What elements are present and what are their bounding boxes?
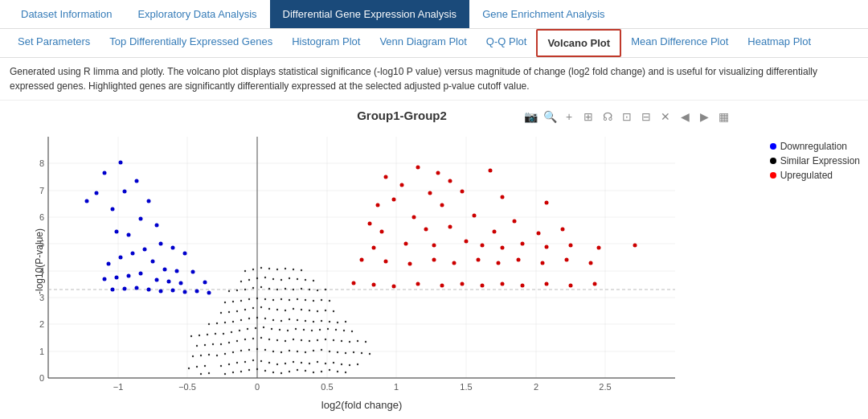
svg-point-106 <box>252 338 254 339</box>
svg-point-105 <box>244 339 246 340</box>
chart-type-icon[interactable]: ▦ <box>715 109 731 125</box>
svg-point-275 <box>545 201 549 205</box>
svg-point-219 <box>285 268 286 269</box>
svg-point-307 <box>589 261 593 265</box>
svg-point-293 <box>545 245 549 249</box>
svg-point-189 <box>313 300 314 302</box>
subnav-histogram-plot[interactable]: Histogram Plot <box>282 29 370 57</box>
svg-point-215 <box>252 269 254 270</box>
svg-point-269 <box>428 191 432 195</box>
svg-point-279 <box>513 220 517 224</box>
svg-point-246 <box>139 272 143 276</box>
camera-icon[interactable]: 📷 <box>522 109 538 125</box>
svg-point-47 <box>280 372 282 374</box>
svg-point-272 <box>501 195 505 199</box>
svg-point-257 <box>171 289 175 293</box>
svg-point-201 <box>236 290 238 291</box>
svg-point-75 <box>188 368 190 369</box>
svg-point-244 <box>175 269 179 273</box>
nav-gene-enrichment-analysis[interactable]: Gene Enrichment Analysis <box>469 0 617 28</box>
svg-point-319 <box>593 282 597 286</box>
reset-icon[interactable]: ✕ <box>657 109 674 125</box>
svg-text:1: 1 <box>394 382 399 392</box>
pan-right-icon[interactable]: ▶ <box>696 109 712 125</box>
subnav-heatmap[interactable]: Heatmap Plot <box>738 29 821 57</box>
svg-point-173 <box>220 312 222 314</box>
svg-point-122 <box>357 340 358 342</box>
svg-point-249 <box>103 277 107 281</box>
svg-point-242 <box>151 260 155 264</box>
svg-point-194 <box>260 286 262 288</box>
nav-exploratory-data-analysis[interactable]: Exploratory Data Analysis <box>125 0 269 28</box>
svg-point-58 <box>220 365 222 367</box>
svg-point-43 <box>248 369 250 371</box>
svg-point-225 <box>135 179 139 183</box>
svg-point-180 <box>256 298 258 299</box>
svg-point-83 <box>248 349 250 351</box>
svg-point-65 <box>276 364 278 365</box>
svg-point-160 <box>329 321 330 322</box>
svg-point-146 <box>240 319 242 321</box>
svg-point-119 <box>333 339 334 341</box>
legend-dot-similar <box>770 158 776 164</box>
svg-point-289 <box>465 240 469 244</box>
select-icon[interactable]: ⊞ <box>580 109 596 125</box>
svg-point-48 <box>289 371 290 372</box>
svg-point-288 <box>372 246 376 250</box>
svg-point-264 <box>436 171 440 175</box>
svg-point-98 <box>200 355 202 356</box>
svg-point-271 <box>461 190 465 194</box>
svg-point-239 <box>171 246 175 250</box>
svg-point-81 <box>232 351 234 353</box>
subnav-qq-plot[interactable]: Q-Q Plot <box>477 29 537 57</box>
svg-point-95 <box>345 352 346 354</box>
svg-point-87 <box>280 351 282 353</box>
svg-point-205 <box>248 279 250 281</box>
nav-dataset-information[interactable]: Dataset Information <box>8 0 125 28</box>
svg-point-134 <box>303 329 305 331</box>
svg-point-187 <box>232 301 234 302</box>
svg-point-191 <box>329 300 330 302</box>
svg-point-135 <box>311 330 313 331</box>
svg-point-287 <box>432 244 436 248</box>
svg-point-318 <box>569 284 573 288</box>
subnav-venn-diagram[interactable]: Venn Diagram Plot <box>370 29 476 57</box>
zoom-icon[interactable]: 🔍 <box>542 109 558 125</box>
subnav-mean-difference[interactable]: Mean Difference Plot <box>621 29 738 57</box>
svg-point-46 <box>272 372 274 373</box>
svg-point-84 <box>256 348 258 350</box>
svg-point-126 <box>239 330 240 331</box>
svg-point-76 <box>341 364 342 365</box>
pan-left-icon[interactable]: ◀ <box>677 109 693 125</box>
svg-point-132 <box>287 330 289 331</box>
zoom-out-icon[interactable]: ⊟ <box>638 109 654 125</box>
svg-point-116 <box>196 345 198 347</box>
svg-point-282 <box>448 225 452 229</box>
subnav-top-deg[interactable]: Top Differentially Expressed Genes <box>100 29 282 57</box>
svg-point-265 <box>384 175 388 179</box>
svg-point-251 <box>167 280 171 284</box>
svg-point-124 <box>223 333 224 335</box>
svg-text:−1: −1 <box>113 382 124 392</box>
svg-rect-0 <box>48 137 675 378</box>
svg-point-51 <box>200 373 202 375</box>
svg-point-131 <box>279 329 280 331</box>
svg-point-276 <box>412 216 416 220</box>
svg-point-317 <box>545 282 549 286</box>
svg-point-144 <box>351 331 353 332</box>
svg-point-236 <box>143 248 147 252</box>
svg-point-212 <box>305 279 306 281</box>
subnav-set-parameters[interactable]: Set Parameters <box>8 29 100 57</box>
svg-point-73 <box>204 365 206 367</box>
nav-differential-gene-expression[interactable]: Differential Gene Expression Analysis <box>270 0 470 28</box>
plus-icon[interactable]: + <box>561 109 577 125</box>
svg-point-228 <box>147 199 151 203</box>
svg-point-210 <box>289 277 290 279</box>
svg-point-44 <box>256 368 258 370</box>
svg-point-141 <box>327 328 329 330</box>
svg-point-71 <box>325 363 326 364</box>
svg-point-310 <box>392 285 396 289</box>
lasso-icon[interactable]: ☊ <box>600 109 616 125</box>
zoom-in-icon[interactable]: ⊡ <box>619 109 635 125</box>
subnav-volcano-plot[interactable]: Volcano Plot <box>536 29 621 57</box>
